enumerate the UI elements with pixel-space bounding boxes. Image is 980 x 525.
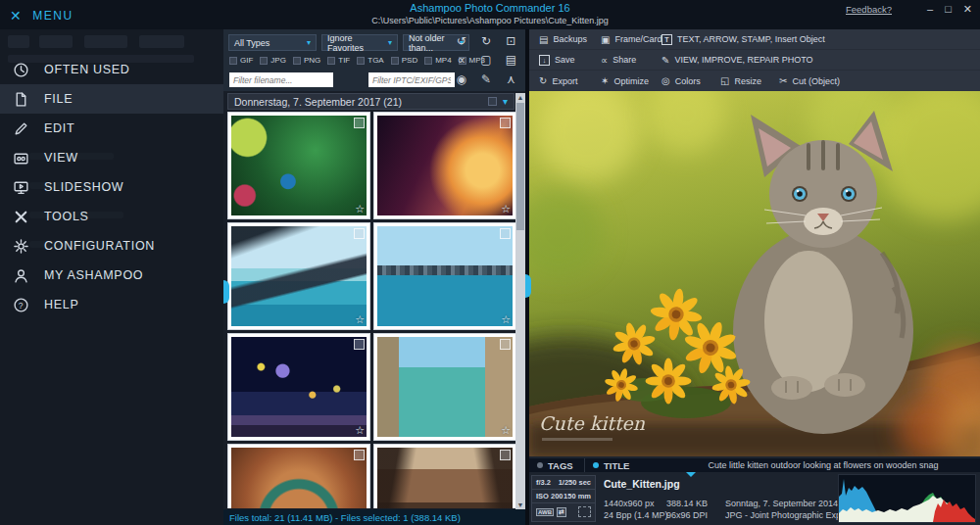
caption-pointer	[686, 472, 696, 482]
minimize-button[interactable]: –	[927, 3, 933, 16]
favorite-star-icon[interactable]: ☆	[501, 313, 511, 326]
undo-icon[interactable]: ↺	[457, 34, 466, 48]
psd-checkbox[interactable]	[391, 57, 399, 65]
frame-card-button[interactable]: ▣Frame/Card	[601, 34, 662, 45]
thumb-checkbox[interactable]	[354, 339, 365, 350]
focal-value: 150 mm	[564, 492, 591, 501]
slideshow-monitor-icon[interactable]: ⊡	[506, 34, 515, 48]
export-icon: ↻	[539, 75, 547, 86]
file-type-dropdown[interactable]: All Types ▾	[228, 34, 317, 51]
ghost-toolbar-item	[8, 35, 29, 48]
save-button[interactable]: ↓Save	[539, 55, 601, 66]
thumbnail-peacock[interactable]: ☆	[227, 112, 370, 219]
title-toggle[interactable]: TITLE	[584, 458, 629, 472]
thumbnail-coastal-city[interactable]: ☆	[373, 222, 516, 330]
editor-panel: ▤Backups ▣Frame/Card TTEXT, ARROW, STAMP…	[529, 29, 980, 525]
editor-toolbar: ▤Backups ▣Frame/Card TTEXT, ARROW, STAMP…	[529, 29, 980, 91]
sidebar-item-my-ashampoo[interactable]: MY ASHAMPOO	[0, 261, 223, 290]
filename-filter-input[interactable]	[229, 72, 333, 87]
sidebar-item-often-used[interactable]: OFTEN USED	[0, 55, 223, 84]
thumb-checkbox[interactable]	[500, 118, 511, 128]
optimize-icon: ✶	[601, 75, 609, 86]
clock-icon	[13, 62, 29, 78]
insert-object-button[interactable]: TTEXT, ARROW, STAMP, Insert Object	[662, 34, 825, 45]
png-checkbox[interactable]	[293, 57, 301, 65]
gif-checkbox[interactable]	[229, 57, 237, 65]
new-file-icon[interactable]: ▢	[480, 53, 491, 67]
thumb-checkbox[interactable]	[354, 228, 365, 239]
sidebar-resize-handle[interactable]	[223, 280, 229, 304]
thumbnail-paris-las-vegas-night[interactable]: ☆	[227, 333, 370, 441]
menu-close-button[interactable]: ✕ MENU	[10, 8, 74, 24]
sidebar-item-file[interactable]: FILE	[0, 84, 223, 114]
photo-viewer[interactable]: Cute kitten ☆ ⊞ ⊡	[529, 91, 980, 456]
sidebar-item-edit[interactable]: EDIT	[0, 114, 223, 143]
tga-checkbox[interactable]	[357, 57, 365, 65]
thumb-checkbox[interactable]	[354, 450, 365, 460]
mp4-checkbox[interactable]	[424, 57, 432, 65]
feedback-link[interactable]: Feedback?	[846, 4, 892, 15]
favorite-star-icon[interactable]: ☆	[355, 313, 365, 326]
frame-icon: ▣	[601, 34, 610, 45]
sidebar-item-help[interactable]: ? HELP	[0, 290, 223, 319]
thumb-checkbox[interactable]	[500, 339, 511, 350]
metadata-filter-input[interactable]	[368, 72, 455, 87]
share-icon[interactable]: ∝	[457, 53, 466, 67]
thumb-checkbox[interactable]	[500, 450, 511, 460]
print-icon[interactable]: ▤	[506, 53, 516, 67]
colors-button[interactable]: ◎Colors	[662, 75, 720, 86]
backups-button[interactable]: ▤Backups	[539, 34, 601, 45]
vertical-scrollbar[interactable]: ▲ ▼	[515, 93, 525, 509]
shutter-value: 1/250 sec	[559, 478, 591, 487]
view-icon	[13, 150, 29, 167]
camera-icon[interactable]: ◉	[456, 72, 466, 86]
maximize-button[interactable]: □	[945, 3, 952, 16]
edit-note-icon[interactable]: ✎	[481, 72, 491, 86]
cut-object-button[interactable]: ✂Cut (Object)	[779, 75, 840, 86]
thumb-checkbox[interactable]	[354, 118, 365, 128]
close-menu-icon: ✕	[10, 8, 23, 24]
favorite-star-icon[interactable]: ☆	[355, 203, 365, 215]
favorites-dropdown[interactable]: Ignore Favorites ▾	[321, 34, 398, 51]
share-button[interactable]: ∝Share	[601, 55, 662, 66]
close-button[interactable]: ✕	[963, 3, 972, 16]
file-size: 388.14 KB	[666, 499, 708, 508]
favorite-star-icon[interactable]: ☆	[355, 424, 365, 437]
redo-icon[interactable]: ↻	[481, 34, 491, 48]
tif-checkbox[interactable]	[327, 57, 335, 65]
collapse-group-icon[interactable]: ▾	[503, 96, 508, 107]
export-button[interactable]: ↻Export	[539, 75, 601, 86]
thumbnail-venice-canal[interactable]: ☆	[373, 333, 516, 441]
thumbnail-overseas-railroad-bridge[interactable]: ☆	[227, 222, 370, 330]
watermark-subtext	[542, 438, 612, 441]
backups-icon: ▤	[539, 34, 548, 45]
thumb-checkbox[interactable]	[500, 228, 511, 239]
favorite-star-icon[interactable]: ☆	[501, 203, 511, 215]
sidebar-item-configuration[interactable]: CONFIGURATION	[0, 231, 223, 261]
pdf-icon[interactable]: ⋏	[507, 72, 515, 86]
focus-frame-icon[interactable]	[578, 506, 591, 517]
sidebar-item-tools[interactable]: TOOLS	[0, 202, 223, 231]
sidebar-item-slideshow[interactable]: SLIDESHOW	[0, 172, 223, 202]
optimize-button[interactable]: ✶Optimize	[601, 75, 662, 86]
group-select-checkbox[interactable]	[488, 97, 497, 106]
sidebar-item-label: CONFIGURATION	[44, 239, 155, 253]
favorite-star-icon[interactable]: ☆	[501, 424, 511, 437]
file-icon	[13, 91, 29, 108]
thumbnail-asian-street-market[interactable]: ☆	[373, 444, 516, 508]
scrollbar-thumb[interactable]	[516, 103, 524, 230]
files-status-text: Files total: 21 (11.41 MB) - Files selec…	[229, 512, 461, 523]
sidebar-item-view[interactable]: VIEW	[0, 143, 223, 172]
awb-badge[interactable]: AWB	[536, 508, 554, 516]
resize-button[interactable]: ◱Resize	[720, 75, 779, 86]
scroll-down-icon[interactable]: ▼	[515, 501, 525, 509]
tags-toggle[interactable]: TAGS	[537, 458, 573, 472]
thumbnail-antelope-canyon[interactable]: ☆	[373, 112, 516, 219]
caption-bar: TAGS TITLE Cute little kitten outdoor lo…	[529, 458, 980, 472]
exposure-swap-icon[interactable]: ⇄	[557, 507, 566, 517]
thumbnail-horseshoe-bend[interactable]: ☆	[227, 444, 370, 508]
jpg-checkbox[interactable]	[260, 57, 268, 65]
browser-resize-handle[interactable]	[525, 274, 531, 298]
scroll-up-icon[interactable]: ▲	[515, 93, 525, 102]
view-improve-repair-button[interactable]: ✎VIEW, IMPROVE, REPAIR PHOTO	[662, 55, 813, 66]
